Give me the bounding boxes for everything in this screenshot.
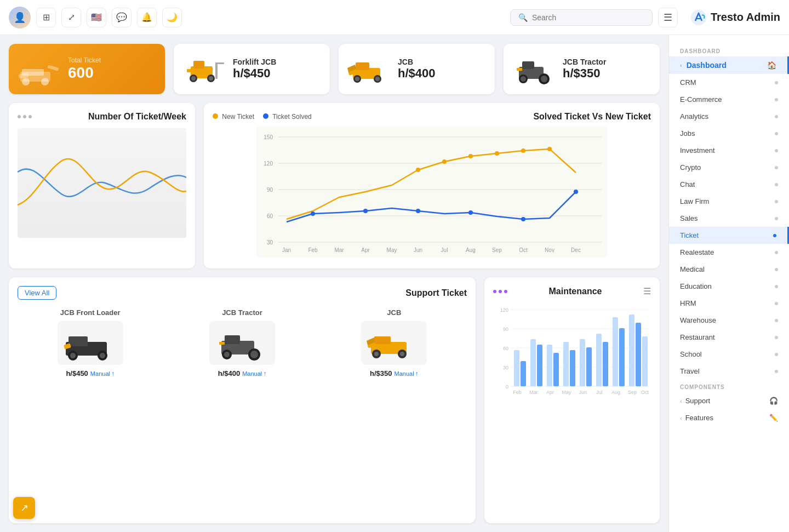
fab-button[interactable]: ↗: [13, 497, 35, 519]
avatar[interactable]: 👤: [9, 7, 31, 28]
sidebar-dot-investment: [775, 149, 778, 152]
fab-icon: ↗: [20, 502, 28, 514]
svg-text:Jul: Jul: [596, 390, 603, 395]
legend-new: New Ticket: [213, 113, 254, 121]
sidebar-item-dashboard[interactable]: ‹ Dashboard 🏠: [669, 56, 789, 74]
stat-title-jcb: JCB: [398, 58, 486, 66]
svg-text:Sep: Sep: [492, 247, 502, 253]
sidebar-dot-travel: [775, 370, 778, 373]
chat-icon-btn[interactable]: 💬: [112, 8, 132, 27]
sidebar-item-features[interactable]: ‹ Features ✏️: [669, 409, 789, 426]
sidebar-item-warehouse[interactable]: Warehouse: [669, 312, 789, 329]
chart-dots: [18, 115, 32, 118]
maintenance-card: Maintenance ☰ 120 90 60 30 0: [484, 277, 660, 523]
moon-icon-btn[interactable]: 🌙: [162, 8, 182, 27]
maintenance-menu-icon[interactable]: ☰: [643, 286, 651, 296]
solved-vs-new-chart: New Ticket Ticket Solved Solved Ticket V…: [204, 103, 660, 268]
sidebar-dot-lawfirm: [775, 200, 778, 203]
solved-vs-new-svg: 150 120 90 60 30 Jan Feb Mar Apr May Jun…: [213, 126, 651, 258]
bell-icon-btn[interactable]: 🔔: [137, 8, 157, 27]
svg-text:May: May: [562, 390, 571, 395]
svg-point-84: [374, 352, 379, 356]
sidebar-dot-restaurant: [775, 336, 778, 339]
svg-point-61: [311, 211, 315, 216]
menu-icon-btn[interactable]: ☰: [658, 8, 678, 27]
svg-rect-107: [570, 350, 575, 386]
svg-rect-15: [215, 62, 224, 64]
svg-text:90: 90: [267, 187, 273, 193]
svg-rect-100: [514, 350, 519, 386]
stat-value-forklift: h/$450: [233, 66, 321, 81]
sidebar-item-school[interactable]: School: [669, 346, 789, 363]
main-content: Total Ticket 600: [0, 35, 668, 532]
support-item-2: JCB h/$350: [322, 308, 467, 377]
svg-rect-17: [356, 62, 369, 70]
support-item-1: JCB Tractor h/$400: [169, 308, 315, 377]
svg-point-59: [521, 148, 525, 153]
svg-rect-75: [225, 335, 240, 344]
support-ticket-card: View All Support Ticket JCB Front Loader: [9, 277, 476, 523]
ticket-week-chart: Number Of Ticket/Week: [9, 103, 195, 268]
sidebar-item-crm[interactable]: CRM: [669, 74, 789, 91]
maint-dot-3: [504, 290, 507, 293]
sidebar-item-jobs[interactable]: Jobs: [669, 125, 789, 142]
svg-text:Sep: Sep: [628, 390, 637, 395]
manual-icon-1: ↑: [263, 370, 266, 377]
stat-title-forklift: Forklift JCB: [233, 58, 321, 66]
layout: Total Ticket 600: [0, 35, 789, 532]
svg-point-66: [574, 190, 578, 194]
sidebar-item-crypto[interactable]: Crypto: [669, 159, 789, 176]
sidebar-item-realestate[interactable]: Realestate: [669, 244, 789, 261]
svg-rect-8: [193, 61, 204, 68]
svg-text:May: May: [387, 247, 397, 253]
svg-text:Jan: Jan: [282, 247, 291, 253]
maint-dot-1: [493, 290, 496, 293]
svg-point-55: [416, 168, 420, 172]
stat-label-total: Total Ticket: [68, 56, 156, 64]
svg-text:Dec: Dec: [571, 247, 581, 253]
svg-rect-101: [521, 361, 526, 386]
sidebar-item-sales[interactable]: Sales: [669, 210, 789, 227]
sidebar-item-support[interactable]: ‹ Support 🎧: [669, 392, 789, 409]
sidebar-item-investment[interactable]: Investment: [669, 142, 789, 159]
sidebar-dot-crypto: [775, 166, 778, 169]
sidebar-item-ticket[interactable]: Ticket: [669, 227, 789, 244]
headset-icon: 🎧: [769, 397, 778, 405]
sidebar-dot-ticket: [773, 234, 776, 237]
svg-point-19: [355, 77, 359, 81]
grid-icon-btn[interactable]: ⊞: [36, 8, 56, 27]
ticket-week-title: Number Of Ticket/Week: [36, 112, 186, 122]
sidebar-item-hrm[interactable]: HRM: [669, 295, 789, 312]
support-item-price-0: h/$450: [66, 369, 88, 377]
view-all-button[interactable]: View All: [18, 286, 56, 300]
sidebar-item-chat[interactable]: Chat: [669, 176, 789, 193]
sidebar-item-education[interactable]: Education: [669, 278, 789, 295]
svg-text:Apr: Apr: [546, 390, 554, 395]
sidebar-item-restaurant[interactable]: Restaurant: [669, 329, 789, 346]
manual-icon-0: ↑: [111, 370, 115, 377]
svg-rect-6: [48, 65, 59, 71]
machine-image-loader: [18, 53, 61, 85]
svg-point-4: [41, 78, 49, 85]
sidebar-section-components: COMPONENTS: [669, 380, 789, 392]
sidebar-item-lawfirm[interactable]: Law Firm: [669, 193, 789, 210]
stat-cards-row: Total Ticket 600: [9, 44, 660, 94]
svg-text:Mar: Mar: [529, 390, 538, 395]
svg-rect-116: [642, 336, 648, 386]
svg-text:30: 30: [267, 239, 273, 245]
expand-icon-btn[interactable]: ⤢: [61, 8, 81, 27]
sidebar-item-ecommerce[interactable]: E-Commerce: [669, 91, 789, 108]
sidebar-item-medical[interactable]: Medical: [669, 261, 789, 278]
stat-title-tractor: JCB Tractor: [563, 58, 651, 66]
svg-point-29: [541, 76, 547, 82]
svg-rect-111: [603, 342, 608, 386]
flag-icon-btn[interactable]: 🇺🇸: [87, 8, 106, 27]
svg-point-58: [495, 151, 499, 156]
sidebar-dot-analytics: [775, 115, 778, 118]
stat-card-jcb: JCB h/$400: [339, 44, 495, 94]
sidebar-item-analytics[interactable]: Analytics: [669, 108, 789, 125]
search-input[interactable]: [532, 13, 644, 22]
edit-icon: ✏️: [769, 414, 778, 422]
sidebar-dot-medical: [775, 268, 778, 271]
sidebar-item-travel[interactable]: Travel: [669, 363, 789, 380]
